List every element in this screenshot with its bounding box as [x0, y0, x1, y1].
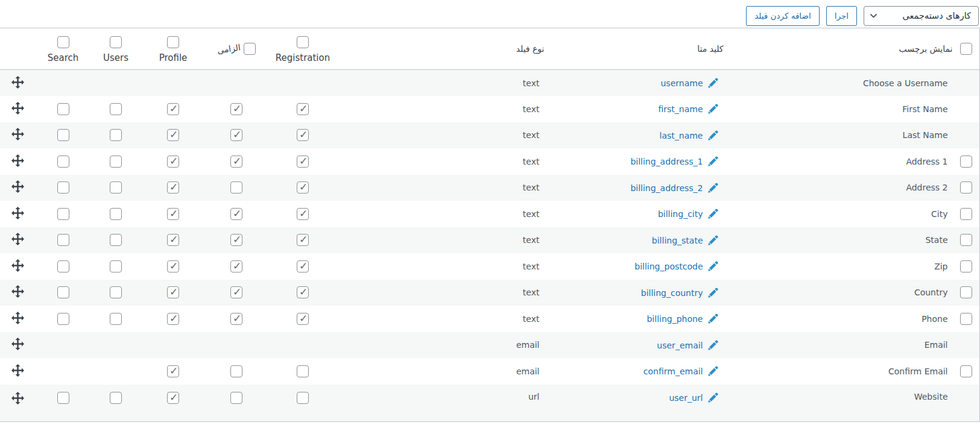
- checkbox-profile[interactable]: [167, 208, 179, 220]
- meta-key-link[interactable]: billing_city: [658, 209, 703, 219]
- checkbox-show-label[interactable]: [960, 156, 972, 168]
- checkbox-profile[interactable]: [167, 156, 179, 168]
- checkbox-registration[interactable]: [297, 313, 309, 325]
- header-checkbox-show-label[interactable]: [960, 43, 972, 55]
- move-icon[interactable]: [11, 259, 24, 274]
- header-checkbox-users[interactable]: [110, 36, 122, 48]
- edit-pencil-icon[interactable]: [703, 131, 719, 140]
- checkbox-search[interactable]: [57, 156, 69, 168]
- edit-pencil-icon[interactable]: [703, 288, 719, 298]
- checkbox-show-label[interactable]: [960, 286, 972, 298]
- meta-key-link[interactable]: billing_country: [641, 288, 703, 298]
- checkbox-show-label[interactable]: [960, 313, 972, 325]
- edit-pencil-icon[interactable]: [703, 209, 719, 219]
- checkbox-registration[interactable]: [297, 181, 309, 194]
- checkbox-profile[interactable]: [167, 129, 179, 141]
- checkbox-required[interactable]: [230, 365, 242, 377]
- header-checkbox-search[interactable]: [57, 36, 69, 48]
- header-checkbox-profile[interactable]: [167, 36, 179, 48]
- edit-pencil-icon[interactable]: [703, 183, 719, 193]
- checkbox-profile[interactable]: [167, 392, 179, 404]
- move-icon[interactable]: [11, 76, 24, 90]
- checkbox-users[interactable]: [110, 234, 122, 246]
- header-checkbox-required[interactable]: [244, 43, 256, 55]
- meta-key-link[interactable]: billing_address_2: [630, 183, 703, 193]
- checkbox-profile[interactable]: [167, 365, 179, 377]
- checkbox-required[interactable]: [230, 181, 242, 194]
- checkbox-users[interactable]: [110, 181, 122, 194]
- checkbox-registration[interactable]: [297, 392, 309, 404]
- meta-key-link[interactable]: user_email: [657, 341, 703, 350]
- checkbox-required[interactable]: [230, 103, 242, 115]
- checkbox-users[interactable]: [110, 260, 122, 272]
- checkbox-profile[interactable]: [167, 103, 179, 115]
- meta-key-link[interactable]: first_name: [658, 104, 703, 114]
- edit-pencil-icon[interactable]: [703, 104, 719, 114]
- checkbox-required[interactable]: [230, 392, 242, 404]
- move-icon[interactable]: [11, 285, 24, 300]
- checkbox-search[interactable]: [57, 392, 69, 404]
- checkbox-search[interactable]: [57, 313, 69, 325]
- edit-pencil-icon[interactable]: [703, 157, 719, 166]
- move-icon[interactable]: [11, 180, 24, 195]
- move-icon[interactable]: [11, 128, 24, 142]
- checkbox-show-label[interactable]: [960, 181, 972, 194]
- checkbox-search[interactable]: [57, 286, 69, 298]
- move-icon[interactable]: [11, 154, 24, 169]
- checkbox-profile[interactable]: [167, 313, 179, 325]
- checkbox-search[interactable]: [57, 181, 69, 194]
- header-checkbox-registration[interactable]: [297, 36, 309, 48]
- checkbox-search[interactable]: [57, 103, 69, 115]
- edit-pencil-icon[interactable]: [703, 78, 719, 88]
- checkbox-users[interactable]: [110, 286, 122, 298]
- checkbox-users[interactable]: [110, 103, 122, 115]
- checkbox-users[interactable]: [110, 208, 122, 220]
- checkbox-show-label[interactable]: [960, 208, 972, 220]
- meta-key-link[interactable]: billing_state: [652, 236, 703, 245]
- checkbox-registration[interactable]: [297, 129, 309, 141]
- checkbox-registration[interactable]: [297, 234, 309, 246]
- checkbox-required[interactable]: [230, 286, 242, 298]
- checkbox-users[interactable]: [110, 156, 122, 168]
- checkbox-show-label[interactable]: [960, 260, 972, 272]
- move-icon[interactable]: [11, 207, 24, 221]
- checkbox-registration[interactable]: [297, 156, 309, 168]
- meta-key-link[interactable]: billing_address_1: [630, 157, 703, 166]
- checkbox-profile[interactable]: [167, 260, 179, 272]
- edit-pencil-icon[interactable]: [703, 341, 719, 350]
- checkbox-required[interactable]: [230, 234, 242, 246]
- meta-key-link[interactable]: last_name: [660, 131, 703, 140]
- checkbox-search[interactable]: [57, 208, 69, 220]
- bulk-actions-select[interactable]: کارهای دسته‌جمعی: [864, 6, 979, 26]
- checkbox-profile[interactable]: [167, 181, 179, 194]
- checkbox-show-label[interactable]: [960, 234, 972, 246]
- move-icon[interactable]: [11, 392, 24, 406]
- checkbox-search[interactable]: [57, 129, 69, 141]
- checkbox-required[interactable]: [230, 129, 242, 141]
- edit-pencil-icon[interactable]: [703, 367, 719, 376]
- checkbox-show-label[interactable]: [960, 365, 972, 377]
- checkbox-registration[interactable]: [297, 103, 309, 115]
- checkbox-users[interactable]: [110, 313, 122, 325]
- meta-key-link[interactable]: billing_phone: [646, 314, 703, 324]
- checkbox-required[interactable]: [230, 208, 242, 220]
- meta-key-link[interactable]: confirm_email: [643, 367, 703, 376]
- checkbox-registration[interactable]: [297, 260, 309, 272]
- checkbox-registration[interactable]: [297, 365, 309, 377]
- edit-pencil-icon[interactable]: [703, 393, 719, 403]
- checkbox-search[interactable]: [57, 260, 69, 272]
- edit-pencil-icon[interactable]: [703, 236, 719, 245]
- checkbox-search[interactable]: [57, 234, 69, 246]
- move-icon[interactable]: [11, 312, 24, 326]
- meta-key-link[interactable]: billing_postcode: [634, 262, 703, 271]
- meta-key-link[interactable]: user_url: [669, 393, 703, 403]
- move-icon[interactable]: [11, 338, 24, 352]
- checkbox-registration[interactable]: [297, 208, 309, 220]
- move-icon[interactable]: [11, 102, 24, 116]
- move-icon[interactable]: [11, 233, 24, 247]
- checkbox-users[interactable]: [110, 392, 122, 404]
- checkbox-registration[interactable]: [297, 286, 309, 298]
- add-field-button[interactable]: اضافه کردن فیلد: [746, 6, 820, 26]
- move-icon[interactable]: [11, 364, 24, 379]
- checkbox-required[interactable]: [230, 156, 242, 168]
